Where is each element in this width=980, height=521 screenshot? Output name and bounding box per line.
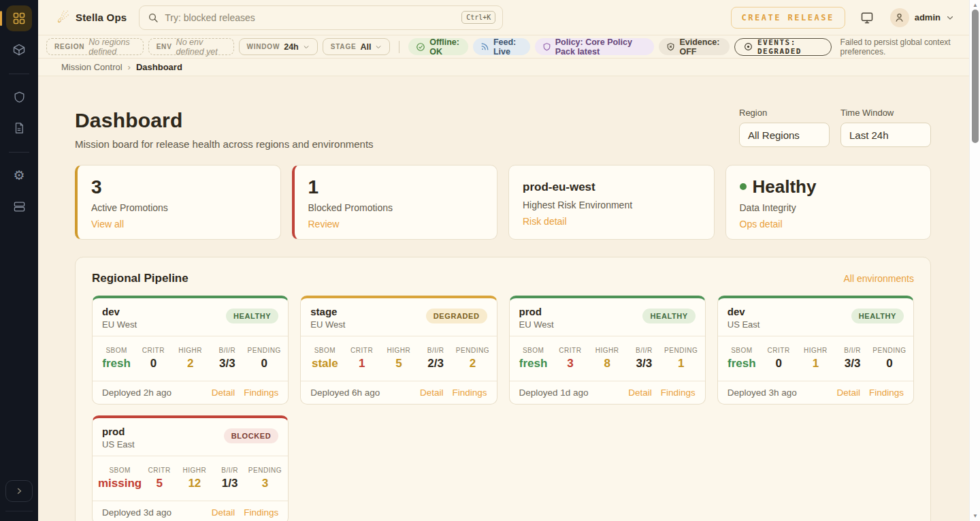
- sidebar: ⚙: [0, 0, 38, 521]
- all-environments-link[interactable]: All environments: [844, 273, 915, 284]
- chevron-down-icon: [375, 44, 382, 50]
- check-circle-icon: [416, 42, 425, 52]
- stat-value: 5: [142, 477, 177, 490]
- region-select-label: Region: [739, 108, 830, 118]
- search-input[interactable]: [165, 12, 455, 23]
- sidebar-item-releases[interactable]: [6, 37, 32, 63]
- stat-sbom: SBOMfresh: [515, 343, 552, 374]
- page-subtitle: Mission board for release health across …: [75, 138, 374, 150]
- env-filter[interactable]: ENV No env defined yet: [148, 38, 234, 55]
- create-release-button[interactable]: CREATE RELEASE: [731, 7, 845, 29]
- stat-value: stale: [306, 357, 343, 370]
- scroll-up-arrow[interactable]: ▲: [970, 2, 980, 8]
- stat-value: 3/3: [625, 357, 662, 370]
- summary-value: 1: [308, 177, 484, 198]
- findings-link[interactable]: Findings: [661, 388, 696, 398]
- summary-value: Healthy: [740, 177, 917, 197]
- stat-label: B/I/R: [209, 347, 246, 354]
- sidebar-divider: [9, 74, 29, 74]
- summary-card: 1 Blocked Promotions Review: [292, 165, 498, 240]
- regional-pipeline-panel: Regional Pipeline All environments dev E…: [75, 257, 931, 521]
- detail-link[interactable]: Detail: [212, 388, 235, 398]
- detail-link[interactable]: Detail: [212, 507, 235, 518]
- stat-label: B/I/R: [834, 347, 871, 354]
- stat-b-i-r: B/I/R3/3: [209, 343, 246, 374]
- environment-region: EU West: [310, 319, 345, 330]
- sidebar-item-settings[interactable]: ⚙: [6, 162, 32, 188]
- environment-region: EU West: [102, 319, 137, 330]
- status-label: Feed: Live: [493, 37, 523, 57]
- grid-icon: [12, 12, 26, 25]
- summary-link[interactable]: Review: [308, 219, 340, 230]
- findings-link[interactable]: Findings: [869, 388, 904, 398]
- summary-card: 3 Active Promotions View all: [75, 165, 281, 240]
- status-badge: HEALTHY: [851, 309, 904, 323]
- stat-value: fresh: [98, 357, 135, 370]
- display-mode-button[interactable]: [860, 11, 874, 25]
- stat-sbom: SBOMfresh: [723, 343, 760, 374]
- breadcrumb-mission-control[interactable]: Mission Control: [61, 62, 122, 72]
- stat-label: PENDING: [663, 347, 700, 354]
- app-logo[interactable]: ☄ Stella Ops: [57, 11, 127, 25]
- global-search[interactable]: Ctrl+K: [139, 5, 503, 30]
- window-filter[interactable]: WINDOW 24h: [239, 38, 318, 55]
- status-label: Offline: OK: [429, 37, 461, 57]
- events-degraded-badge[interactable]: EVENTS: DEGRADED: [734, 38, 832, 56]
- chevron-right-icon: [15, 487, 23, 495]
- stat-label: SBOM: [306, 347, 343, 354]
- region-filter[interactable]: REGION No regions defined: [46, 38, 144, 55]
- deployed-time: Deployed 2h ago: [102, 388, 172, 398]
- summary-link[interactable]: Ops detail: [740, 219, 783, 230]
- stat-label: CRITR: [142, 467, 177, 474]
- scrollbar-thumb[interactable]: [972, 10, 979, 143]
- shortcut-badge: Ctrl+K: [461, 11, 495, 24]
- stat-pending: PENDING0: [871, 343, 908, 374]
- stat-value: fresh: [515, 357, 552, 370]
- chevron-down-icon: [946, 14, 954, 22]
- chevron-down-icon: [303, 44, 310, 50]
- stat-critr: CRITR0: [760, 343, 797, 374]
- findings-link[interactable]: Findings: [452, 388, 487, 398]
- summary-link[interactable]: View all: [91, 219, 124, 230]
- stage-filter[interactable]: STAGE All: [323, 38, 391, 55]
- time-window-select[interactable]: Last 24h: [840, 123, 931, 147]
- environment-stats: SBOMfreshCRITR3HIGHR8B/I/R3/3PENDING1: [510, 336, 705, 381]
- sidebar-item-infrastructure[interactable]: [6, 193, 32, 219]
- deployed-time: Deployed 1d ago: [519, 388, 589, 398]
- scroll-down-arrow[interactable]: ▼: [970, 513, 980, 519]
- summary-cards: 3 Active Promotions View all 1 Blocked P…: [75, 165, 931, 240]
- findings-link[interactable]: Findings: [244, 507, 278, 518]
- stat-value: 0: [871, 357, 908, 370]
- findings-link[interactable]: Findings: [244, 388, 278, 398]
- divider: [399, 41, 399, 53]
- sidebar-item-dashboard[interactable]: [6, 5, 32, 31]
- detail-link[interactable]: Detail: [836, 388, 860, 398]
- offline-status-pill: Offline: OK: [408, 38, 468, 55]
- region-select[interactable]: All Regions: [739, 123, 830, 147]
- stat-label: PENDING: [871, 347, 908, 354]
- filter-value: No env defined yet: [176, 37, 226, 57]
- stat-critr: CRITR1: [344, 343, 380, 374]
- user-name: admin: [915, 12, 941, 22]
- summary-value: 3: [91, 177, 267, 198]
- stat-value: 1: [663, 357, 700, 370]
- stat-b-i-r: B/I/R3/3: [834, 343, 871, 374]
- detail-link[interactable]: Detail: [420, 388, 444, 398]
- filter-value: No regions defined: [88, 37, 135, 57]
- sidebar-item-security[interactable]: [6, 84, 32, 110]
- stat-value: 2/3: [417, 357, 454, 370]
- detail-link[interactable]: Detail: [628, 388, 652, 398]
- sidebar-expand-button[interactable]: [5, 480, 33, 502]
- deployed-time: Deployed 3d ago: [102, 507, 172, 518]
- environment-region: US East: [728, 319, 760, 330]
- sidebar-item-documents[interactable]: [6, 115, 32, 141]
- stat-label: B/I/R: [625, 347, 662, 354]
- summary-link[interactable]: Risk detail: [523, 216, 567, 227]
- stat-value: 12: [177, 477, 212, 490]
- deployed-time: Deployed 3h ago: [728, 388, 797, 398]
- stat-sbom: SBOMmissing: [98, 463, 142, 494]
- stat-label: SBOM: [723, 347, 760, 354]
- user-menu[interactable]: admin: [890, 8, 954, 27]
- stat-label: B/I/R: [417, 347, 454, 354]
- sidebar-divider: [9, 152, 29, 153]
